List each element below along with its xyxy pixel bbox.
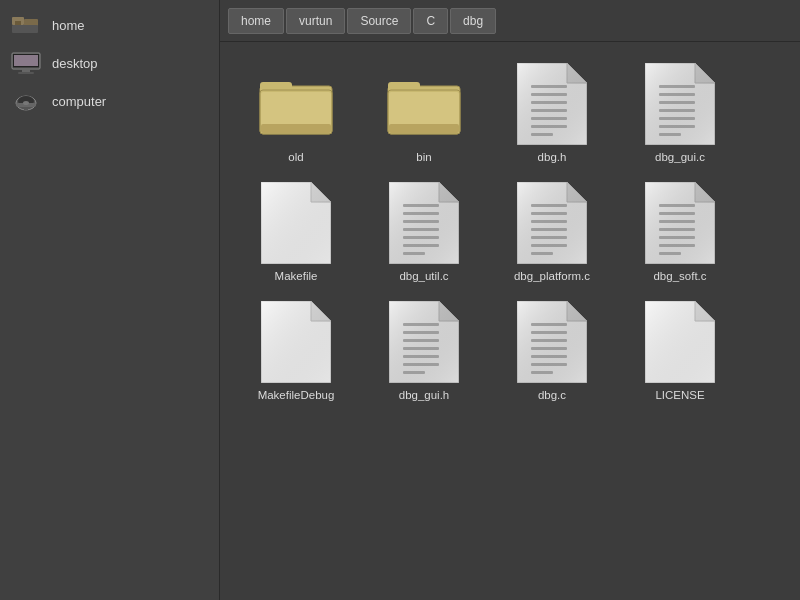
svg-rect-76	[659, 220, 695, 223]
svg-rect-99	[531, 339, 567, 342]
svg-point-13	[23, 101, 29, 105]
svg-rect-35	[531, 117, 567, 120]
breadcrumb-bar: homevurtunSourceCdbg	[220, 0, 800, 42]
sidebar-item-label-computer: computer	[52, 94, 106, 109]
file-icon-dbg_util_c	[384, 183, 464, 263]
breadcrumb-source[interactable]: Source	[347, 8, 411, 34]
svg-rect-88	[403, 331, 439, 334]
svg-rect-8	[18, 72, 34, 74]
file-item-license[interactable]: LICENSE	[616, 292, 744, 411]
file-icon-dbg_c	[512, 302, 592, 382]
svg-rect-45	[659, 117, 695, 120]
svg-rect-78	[659, 236, 695, 239]
svg-rect-90	[403, 347, 439, 350]
file-label-makefile: Makefile	[275, 269, 318, 284]
breadcrumb-vurtun[interactable]: vurtun	[286, 8, 345, 34]
breadcrumb-dbg[interactable]: dbg	[450, 8, 496, 34]
svg-rect-3	[12, 25, 38, 33]
svg-rect-69	[531, 244, 567, 247]
file-icon-dbg_soft_c	[640, 183, 720, 263]
file-icon-dbg_gui_c	[640, 64, 720, 144]
svg-rect-67	[531, 228, 567, 231]
file-item-dbg_soft_c[interactable]: dbg_soft.c	[616, 173, 744, 292]
svg-marker-106	[645, 301, 715, 383]
svg-rect-54	[403, 204, 439, 207]
svg-rect-70	[531, 252, 553, 255]
svg-rect-36	[531, 125, 567, 128]
svg-rect-77	[659, 228, 695, 231]
home-icon	[10, 13, 42, 37]
svg-rect-42	[659, 93, 695, 96]
sidebar-item-computer[interactable]: computer	[0, 82, 219, 120]
main-area: homevurtunSourceCdbg old bin dbg.h	[220, 0, 800, 600]
svg-rect-12	[24, 107, 28, 110]
file-item-dbg_c[interactable]: dbg.c	[488, 292, 616, 411]
file-item-dbg_platform_c[interactable]: dbg_platform.c	[488, 173, 616, 292]
file-item-dbg_gui_c[interactable]: dbg_gui.c	[616, 54, 744, 173]
svg-rect-65	[531, 212, 567, 215]
svg-rect-57	[403, 228, 439, 231]
file-grid: old bin dbg.h dbg_gu	[220, 42, 800, 600]
file-label-bin: bin	[416, 150, 431, 165]
file-item-old[interactable]: old	[232, 54, 360, 173]
svg-rect-64	[531, 204, 567, 207]
svg-rect-87	[403, 323, 439, 326]
svg-rect-43	[659, 101, 695, 104]
svg-rect-102	[531, 363, 567, 366]
svg-rect-58	[403, 236, 439, 239]
svg-rect-37	[531, 133, 553, 136]
svg-rect-27	[389, 124, 459, 133]
svg-rect-20	[261, 124, 331, 133]
file-icon-license	[640, 302, 720, 382]
file-item-dbg_h[interactable]: dbg.h	[488, 54, 616, 173]
file-label-dbg_platform_c: dbg_platform.c	[514, 269, 590, 284]
svg-rect-79	[659, 244, 695, 247]
file-item-dbg_gui_h[interactable]: dbg_gui.h	[360, 292, 488, 411]
file-label-old: old	[288, 150, 303, 165]
file-label-dbg_gui_c: dbg_gui.c	[655, 150, 705, 165]
svg-rect-68	[531, 236, 567, 239]
svg-rect-41	[659, 85, 695, 88]
file-label-makefiledebug: MakefileDebug	[258, 388, 335, 403]
file-label-dbg_util_c: dbg_util.c	[399, 269, 448, 284]
sidebar-item-home[interactable]: home	[0, 6, 219, 44]
sidebar: home desktop computer	[0, 0, 220, 600]
file-item-makefiledebug[interactable]: MakefileDebug	[232, 292, 360, 411]
file-label-license: LICENSE	[655, 388, 704, 403]
svg-rect-32	[531, 93, 567, 96]
svg-rect-6	[14, 55, 38, 66]
svg-rect-100	[531, 347, 567, 350]
file-icon-dbg_h	[512, 64, 592, 144]
svg-rect-80	[659, 252, 681, 255]
file-item-bin[interactable]: bin	[360, 54, 488, 173]
svg-rect-97	[531, 323, 567, 326]
svg-rect-75	[659, 212, 695, 215]
file-item-makefile[interactable]: Makefile	[232, 173, 360, 292]
file-label-dbg_c: dbg.c	[538, 388, 566, 403]
breadcrumb-home[interactable]: home	[228, 8, 284, 34]
file-icon-old	[256, 64, 336, 144]
sidebar-item-label-home: home	[52, 18, 85, 33]
file-icon-dbg_platform_c	[512, 183, 592, 263]
file-icon-dbg_gui_h	[384, 302, 464, 382]
svg-rect-1	[15, 21, 21, 25]
breadcrumb-c[interactable]: C	[413, 8, 448, 34]
svg-rect-66	[531, 220, 567, 223]
file-item-dbg_util_c[interactable]: dbg_util.c	[360, 173, 488, 292]
file-icon-makefiledebug	[256, 302, 336, 382]
sidebar-item-desktop[interactable]: desktop	[0, 44, 219, 82]
svg-rect-101	[531, 355, 567, 358]
svg-rect-56	[403, 220, 439, 223]
file-icon-bin	[384, 64, 464, 144]
svg-rect-59	[403, 244, 439, 247]
svg-rect-33	[531, 101, 567, 104]
file-icon-makefile	[256, 183, 336, 263]
svg-rect-7	[22, 69, 30, 72]
sidebar-item-label-desktop: desktop	[52, 56, 98, 71]
svg-rect-47	[659, 133, 681, 136]
svg-rect-60	[403, 252, 425, 255]
svg-rect-92	[403, 363, 439, 366]
svg-rect-31	[531, 85, 567, 88]
desktop-icon	[10, 51, 42, 75]
file-label-dbg_gui_h: dbg_gui.h	[399, 388, 450, 403]
